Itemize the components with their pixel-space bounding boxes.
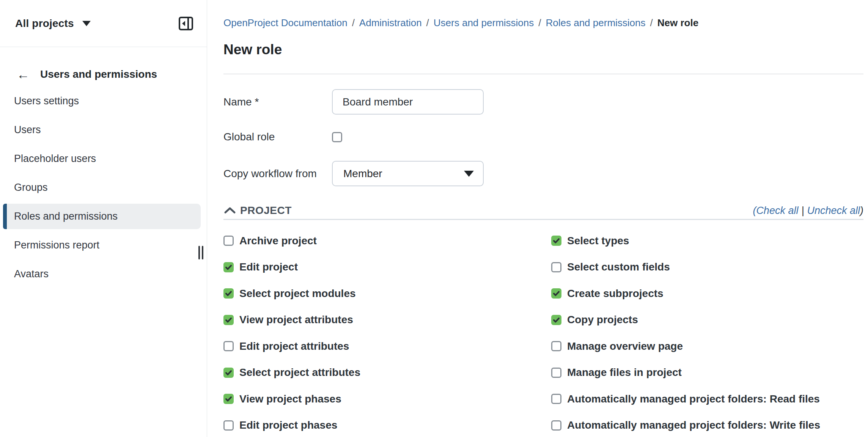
permission-label[interactable]: Copy projects — [567, 314, 638, 326]
permission-row: Automatically managed project folders: W… — [551, 412, 863, 437]
sidebar-section-title: Users and permissions — [40, 68, 157, 80]
permission-label[interactable]: Automatically managed project folders: R… — [567, 393, 820, 405]
sidebar-item-placeholder-users[interactable]: Placeholder users — [3, 146, 201, 171]
permission-checkbox-edit-project-attributes[interactable] — [223, 341, 234, 351]
breadcrumb-current: New role — [657, 17, 698, 29]
selected-item-indicator — [3, 204, 7, 229]
project-section-title: PROJECT — [240, 204, 292, 217]
permission-label[interactable]: Edit project — [239, 261, 298, 273]
global-role-label: Global role — [223, 129, 332, 145]
role-name-input[interactable] — [332, 89, 484, 115]
breadcrumb-separator: / — [352, 17, 355, 29]
permission-checkbox-automatically-managed-project-folders-read-files[interactable] — [551, 394, 561, 404]
permission-row: Manage overview page — [551, 333, 863, 360]
sidebar-header: All projects — [0, 0, 207, 47]
page-title: New role — [223, 42, 863, 58]
permission-label[interactable]: View project attributes — [239, 314, 353, 326]
check-links: (Check all|Uncheck all) — [753, 205, 863, 217]
copy-workflow-select[interactable]: Member — [332, 161, 484, 186]
breadcrumb-separator: / — [650, 17, 653, 29]
sidebar-item-permissions-report[interactable]: Permissions report — [3, 233, 201, 258]
chevron-up-icon[interactable] — [223, 205, 236, 216]
permission-label[interactable]: Select project modules — [239, 288, 356, 300]
collapse-sidebar-button[interactable] — [178, 16, 194, 31]
permission-checkbox-edit-project[interactable] — [223, 262, 234, 272]
permissions-column-right: Select typesSelect custom fieldsCreate s… — [551, 228, 863, 437]
copy-workflow-form-row: Copy workflow from Member — [223, 161, 863, 186]
sidebar-item-users[interactable]: Users — [3, 117, 201, 143]
back-arrow-icon[interactable]: ← — [17, 68, 40, 81]
sidebar-item-avatars[interactable]: Avatars — [3, 261, 201, 287]
permission-checkbox-view-project-phases[interactable] — [223, 394, 234, 404]
sidebar-item-roles-and-permissions[interactable]: Roles and permissions — [3, 204, 201, 229]
sidebar: All projects ← Users and permissions Use… — [0, 0, 207, 437]
permission-row: Select custom fields — [551, 254, 863, 281]
breadcrumb-link[interactable]: Administration — [359, 17, 422, 29]
permission-checkbox-select-custom-fields[interactable] — [551, 262, 561, 272]
permission-row: Select types — [551, 228, 863, 254]
permission-checkbox-select-project-attributes[interactable] — [223, 368, 234, 378]
global-role-checkbox[interactable] — [332, 132, 342, 142]
copy-workflow-selected-value: Member — [343, 168, 464, 180]
project-section-header: PROJECT (Check all|Uncheck all) — [223, 203, 863, 218]
permission-checkbox-manage-files-in-project[interactable] — [551, 368, 561, 378]
paren-close: ) — [860, 205, 863, 216]
permission-row: Create subprojects — [551, 280, 863, 307]
permission-label[interactable]: Edit project phases — [239, 419, 337, 431]
sidebar-item-groups[interactable]: Groups — [3, 175, 201, 200]
breadcrumb-link[interactable]: Users and permissions — [434, 17, 534, 29]
permission-row: Edit project phases — [223, 412, 551, 437]
permission-row: Select project modules — [223, 280, 551, 307]
breadcrumb-link[interactable]: OpenProject Documentation — [223, 17, 348, 29]
pipe-separator: | — [801, 205, 804, 216]
permission-checkbox-archive-project[interactable] — [223, 236, 234, 246]
permission-label[interactable]: Automatically managed project folders: W… — [567, 419, 820, 431]
permission-label[interactable]: Select custom fields — [567, 261, 670, 273]
breadcrumb-separator: / — [426, 17, 429, 29]
permission-checkbox-edit-project-phases[interactable] — [223, 420, 234, 431]
check-all-link[interactable]: Check all — [756, 205, 798, 216]
permission-label[interactable]: Select project attributes — [239, 366, 360, 379]
permission-row: Automatically managed project folders: R… — [551, 386, 863, 412]
permission-row: Edit project attributes — [223, 333, 551, 360]
permission-label[interactable]: Select types — [567, 235, 629, 247]
permission-label[interactable]: Manage files in project — [567, 366, 682, 379]
permission-row: Copy projects — [551, 307, 863, 333]
sidebar-item-users-settings[interactable]: Users settings — [3, 88, 201, 114]
uncheck-all-link[interactable]: Uncheck all — [807, 205, 860, 216]
sidebar-menu: Users settingsUsersPlaceholder usersGrou… — [3, 88, 201, 287]
permission-checkbox-select-project-modules[interactable] — [223, 288, 234, 299]
permission-label[interactable]: Edit project attributes — [239, 340, 349, 352]
title-divider — [223, 74, 863, 74]
permission-label[interactable]: View project phases — [239, 393, 341, 405]
permission-checkbox-manage-overview-page[interactable] — [551, 341, 561, 351]
breadcrumb-link[interactable]: Roles and permissions — [546, 17, 646, 29]
collapse-sidebar-icon — [178, 16, 193, 31]
breadcrumb-separator: / — [538, 17, 541, 29]
permission-row: Select project attributes — [223, 360, 551, 386]
permissions-column-left: Archive projectEdit projectSelect projec… — [223, 228, 551, 437]
sidebar-back-row: ← Users and permissions — [0, 67, 207, 82]
chevron-down-icon — [82, 21, 91, 26]
project-selector[interactable]: All projects — [15, 17, 91, 30]
permission-label[interactable]: Manage overview page — [567, 340, 683, 352]
permission-label[interactable]: Create subprojects — [567, 288, 664, 300]
app-window: All projects ← Users and permissions Use… — [0, 0, 868, 437]
permission-row: View project attributes — [223, 307, 551, 333]
name-form-row: Name * — [223, 89, 863, 115]
permission-checkbox-view-project-attributes[interactable] — [223, 315, 234, 325]
permission-checkbox-select-types[interactable] — [551, 236, 561, 246]
permission-label[interactable]: Archive project — [239, 235, 317, 247]
permission-checkbox-copy-projects[interactable] — [551, 315, 561, 325]
permissions-grid: Archive projectEdit projectSelect projec… — [223, 228, 863, 437]
copy-workflow-label: Copy workflow from — [223, 166, 332, 182]
name-label: Name * — [223, 94, 332, 110]
sidebar-resize-handle[interactable] — [198, 246, 204, 259]
permission-row: View project phases — [223, 386, 551, 412]
main-content: OpenProject Documentation/Administration… — [207, 0, 868, 437]
permission-row: Manage files in project — [551, 360, 863, 386]
permission-checkbox-automatically-managed-project-folders-write-files[interactable] — [551, 420, 561, 431]
permission-checkbox-create-subprojects[interactable] — [551, 288, 561, 299]
global-role-form-row: Global role — [223, 132, 863, 142]
breadcrumb: OpenProject Documentation/Administration… — [223, 17, 863, 29]
